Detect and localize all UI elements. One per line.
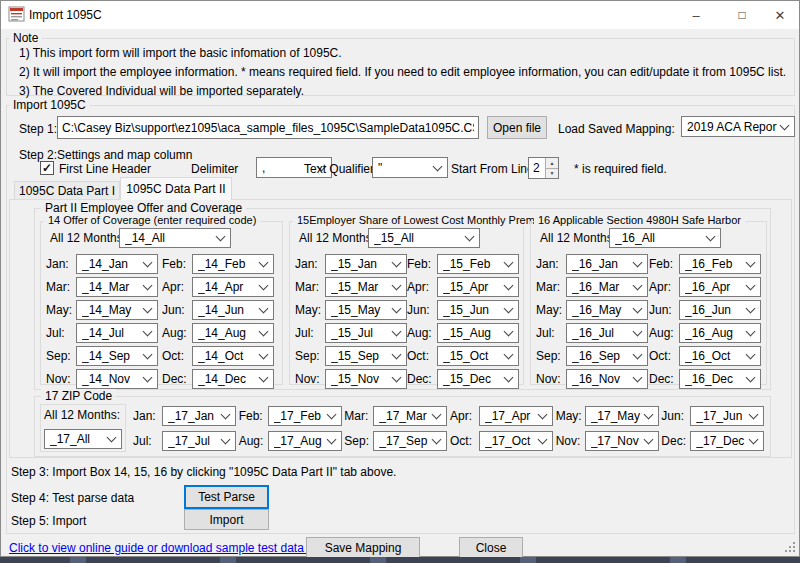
form-document-icon bbox=[8, 6, 25, 23]
month-combobox[interactable]: _15_Jun bbox=[437, 300, 519, 320]
month-combobox[interactable]: _16_Jan bbox=[566, 254, 648, 274]
month-combobox[interactable]: _16_Dec bbox=[679, 369, 761, 389]
month-combobox[interactable]: _15_Mar bbox=[325, 277, 407, 297]
month-combobox-value: _15_Jul bbox=[331, 326, 389, 340]
month-combobox[interactable]: _14_Jun bbox=[192, 300, 274, 320]
month-label: Apr: bbox=[450, 409, 479, 423]
box16-all-months-value: _16_All bbox=[615, 231, 703, 245]
close-button[interactable]: Close bbox=[459, 537, 523, 558]
box14-all-months-combobox[interactable]: _14_All bbox=[119, 228, 231, 248]
chevron-down-icon bbox=[538, 410, 548, 420]
import-button[interactable]: Import bbox=[184, 509, 269, 530]
month-combobox[interactable]: _14_Aug bbox=[192, 323, 274, 343]
month-combobox[interactable]: _16_Mar bbox=[566, 277, 648, 297]
month-field: Jun:_15_Jun bbox=[407, 300, 519, 320]
month-combobox[interactable]: _16_Apr bbox=[679, 277, 761, 297]
online-guide-link[interactable]: Click to view online guide or download s… bbox=[9, 541, 326, 555]
month-combobox[interactable]: _14_Jan bbox=[76, 254, 158, 274]
resize-grip[interactable] bbox=[785, 542, 797, 554]
spinner-up-icon[interactable]: ▲ bbox=[546, 158, 558, 169]
month-combobox[interactable]: _15_Apr bbox=[437, 277, 519, 297]
month-field: Nov:_16_Nov bbox=[536, 369, 649, 389]
tab-1095c-data-part-2[interactable]: 1095C Data Part II bbox=[120, 177, 232, 200]
month-combobox[interactable]: _17_May bbox=[585, 406, 659, 426]
month-combobox[interactable]: _17_Dec bbox=[690, 431, 764, 451]
month-combobox[interactable]: _17_Jan bbox=[162, 406, 236, 426]
month-combobox[interactable]: _16_Oct bbox=[679, 346, 761, 366]
month-combobox[interactable]: _17_Apr bbox=[479, 406, 553, 426]
start-line-stepper[interactable]: 2 ▲ ▼ bbox=[528, 157, 559, 179]
month-combobox[interactable]: _14_Sep bbox=[76, 346, 158, 366]
month-combobox[interactable]: _17_Aug bbox=[268, 431, 342, 451]
saved-mapping-combobox[interactable]: 2019 ACA Report bbox=[681, 116, 795, 137]
test-parse-button[interactable]: Test Parse bbox=[184, 485, 269, 509]
month-combobox[interactable]: _17_Mar bbox=[373, 406, 447, 426]
month-combobox[interactable]: _17_Oct bbox=[479, 431, 553, 451]
month-label: Apr: bbox=[649, 280, 679, 294]
month-combobox[interactable]: _14_Dec bbox=[192, 369, 274, 389]
month-combobox[interactable]: _15_Jan bbox=[325, 254, 407, 274]
box15-all-months-combobox[interactable]: _15_All bbox=[368, 228, 480, 248]
chevron-down-icon bbox=[143, 327, 153, 337]
month-combobox[interactable]: _14_Mar bbox=[76, 277, 158, 297]
month-combobox[interactable]: _14_Apr bbox=[192, 277, 274, 297]
month-combobox[interactable]: _15_Dec bbox=[437, 369, 519, 389]
month-combobox[interactable]: _17_Nov bbox=[585, 431, 659, 451]
month-combobox-value: _17_Jun bbox=[696, 409, 746, 423]
month-combobox[interactable]: _17_Jun bbox=[690, 406, 764, 426]
box15-all-months-label: All 12 Months: bbox=[299, 231, 375, 245]
month-combobox[interactable]: _15_Feb bbox=[437, 254, 519, 274]
spinner-down-icon[interactable]: ▼ bbox=[546, 169, 558, 179]
open-file-button[interactable]: Open file bbox=[487, 116, 547, 139]
chevron-down-icon bbox=[221, 410, 231, 420]
month-combobox[interactable]: _17_Feb bbox=[268, 406, 342, 426]
month-combobox[interactable]: _16_Nov bbox=[566, 369, 648, 389]
month-combobox[interactable]: _17_Jul bbox=[162, 431, 236, 451]
first-line-header-checkbox[interactable]: ✓ bbox=[40, 161, 54, 175]
month-combobox[interactable]: _15_Nov bbox=[325, 369, 407, 389]
chevron-down-icon bbox=[504, 304, 514, 314]
month-combobox[interactable]: _16_Feb bbox=[679, 254, 761, 274]
month-field: Apr:_14_Apr bbox=[162, 277, 278, 297]
title-bar[interactable]: Import 1095C – □ ✕ bbox=[1, 1, 799, 29]
minimize-icon[interactable]: – bbox=[677, 1, 715, 29]
month-label: Nov: bbox=[295, 372, 325, 386]
month-combobox[interactable]: _14_Nov bbox=[76, 369, 158, 389]
maximize-icon[interactable]: □ bbox=[723, 1, 761, 29]
month-combobox[interactable]: _14_May bbox=[76, 300, 158, 320]
month-combobox[interactable]: _14_Jul bbox=[76, 323, 158, 343]
month-combobox[interactable]: _15_Oct bbox=[437, 346, 519, 366]
chevron-down-icon bbox=[633, 327, 643, 337]
month-combobox[interactable]: _16_Jul bbox=[566, 323, 648, 343]
month-combobox[interactable]: _16_May bbox=[566, 300, 648, 320]
month-combobox[interactable]: _15_Aug bbox=[437, 323, 519, 343]
month-combobox[interactable]: _15_May bbox=[325, 300, 407, 320]
month-combobox[interactable]: _16_Sep bbox=[566, 346, 648, 366]
month-label: Feb: bbox=[649, 257, 679, 271]
file-path-input[interactable] bbox=[57, 116, 479, 139]
month-combobox[interactable]: _14_Feb bbox=[192, 254, 274, 274]
month-combobox[interactable]: _16_Jun bbox=[679, 300, 761, 320]
save-mapping-button[interactable]: Save Mapping bbox=[306, 537, 420, 558]
box14-all-months-value: _14_All bbox=[125, 231, 213, 245]
month-label: Nov: bbox=[556, 434, 585, 448]
month-combobox[interactable]: _15_Jul bbox=[325, 323, 407, 343]
month-combobox-value: _16_Nov bbox=[572, 372, 630, 386]
month-combobox[interactable]: _17_Sep bbox=[373, 431, 447, 451]
month-label: Jan: bbox=[46, 257, 76, 271]
month-field: Oct:_14_Oct bbox=[162, 346, 278, 366]
month-combobox[interactable]: _15_Sep bbox=[325, 346, 407, 366]
month-combobox[interactable]: _14_Oct bbox=[192, 346, 274, 366]
tab-1095c-data-part-1[interactable]: 1095C Data Part I bbox=[14, 181, 120, 199]
month-field: Jan:_16_Jan bbox=[536, 254, 649, 274]
month-combobox-value: _14_May bbox=[82, 303, 140, 317]
close-icon[interactable]: ✕ bbox=[761, 1, 799, 29]
text-qualifier-combobox[interactable]: " bbox=[372, 157, 448, 178]
month-combobox-value: _16_Jun bbox=[685, 303, 743, 317]
chevron-down-icon bbox=[392, 304, 402, 314]
month-combobox[interactable]: _16_Aug bbox=[679, 323, 761, 343]
month-label: Jan: bbox=[295, 257, 325, 271]
zip-all-months-combobox[interactable]: _17_All bbox=[44, 429, 122, 449]
box16-all-months-combobox[interactable]: _16_All bbox=[609, 228, 721, 248]
month-combobox-value: _15_Aug bbox=[443, 326, 501, 340]
